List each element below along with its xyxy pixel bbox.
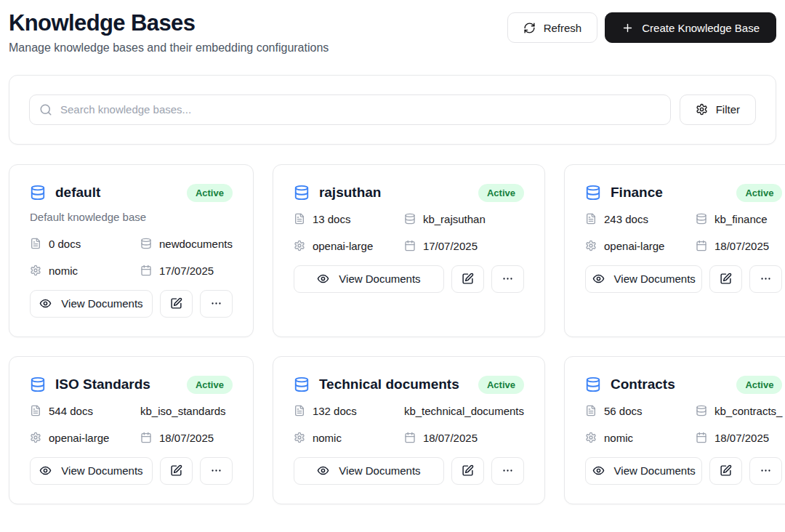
created-date-stat: 18/07/2025 bbox=[404, 432, 524, 444]
kb-card-rajsuthan: rajsuthan Active 13 docs kb_rajsuthan op… bbox=[273, 164, 545, 337]
calendar-icon bbox=[404, 240, 416, 251]
kb-card-contracts: Contracts Active 56 docs kb_contracts_ n… bbox=[564, 356, 785, 504]
kb-stats: 544 docs kb_iso_standards openai-large 1… bbox=[30, 405, 233, 444]
embedding-model-stat: nomic bbox=[30, 265, 140, 277]
edit-button[interactable] bbox=[451, 265, 484, 293]
file-text-icon bbox=[294, 213, 305, 225]
gear-icon bbox=[585, 240, 597, 251]
docs-count: 544 docs bbox=[49, 405, 93, 417]
embedding-model: nomic bbox=[49, 265, 78, 277]
kb-title: Technical documents bbox=[319, 376, 459, 392]
gear-icon bbox=[294, 240, 305, 251]
kb-stats: 13 docs kb_rajsuthan openai-large 17/07/… bbox=[294, 213, 524, 252]
page-header-text: Knowledge Bases Manage knowledge bases a… bbox=[9, 10, 329, 55]
more-options-button[interactable] bbox=[200, 290, 233, 318]
view-documents-label: View Documents bbox=[339, 273, 420, 285]
view-documents-button[interactable]: View Documents bbox=[585, 457, 702, 485]
edit-button[interactable] bbox=[709, 265, 742, 293]
kb-stats: 56 docs kb_contracts_ nomic 18/07/2025 bbox=[585, 405, 782, 444]
kb-title: Finance bbox=[611, 185, 663, 201]
view-documents-button[interactable]: View Documents bbox=[585, 265, 702, 293]
database-icon bbox=[585, 185, 601, 201]
eye-icon bbox=[592, 464, 605, 477]
docs-stat: 544 docs bbox=[30, 405, 140, 417]
collection-stat: newdocuments bbox=[140, 238, 233, 250]
docs-count: 243 docs bbox=[604, 213, 648, 225]
edit-button[interactable] bbox=[160, 290, 193, 318]
created-date-stat: 18/07/2025 bbox=[696, 240, 782, 252]
card-actions: View Documents bbox=[30, 290, 233, 318]
calendar-icon bbox=[140, 265, 152, 276]
file-text-icon bbox=[30, 405, 41, 416]
view-documents-button[interactable]: View Documents bbox=[30, 457, 153, 485]
collection-name: newdocuments bbox=[159, 238, 233, 250]
more-options-button[interactable] bbox=[749, 265, 782, 293]
collection-stat: kb_technical_documents bbox=[404, 405, 524, 417]
search-input[interactable] bbox=[29, 94, 671, 125]
view-documents-button[interactable]: View Documents bbox=[294, 457, 444, 485]
collection-stat: kb_iso_standards bbox=[140, 405, 233, 417]
edit-button[interactable] bbox=[451, 457, 484, 485]
view-documents-button[interactable]: View Documents bbox=[294, 265, 444, 293]
gear-icon bbox=[30, 432, 41, 443]
knowledge-base-grid: default Active Default knowledge base 0 … bbox=[9, 164, 776, 504]
square-pen-icon bbox=[462, 273, 474, 285]
eye-icon bbox=[39, 297, 52, 310]
edit-button[interactable] bbox=[709, 457, 742, 485]
database-icon bbox=[30, 185, 46, 201]
gear-icon bbox=[294, 432, 305, 443]
docs-stat: 243 docs bbox=[585, 213, 696, 225]
page-header: Knowledge Bases Manage knowledge bases a… bbox=[9, 10, 776, 55]
ellipsis-icon bbox=[210, 464, 222, 477]
database-icon bbox=[585, 376, 601, 392]
file-text-icon bbox=[30, 238, 41, 249]
square-pen-icon bbox=[170, 297, 182, 310]
more-options-button[interactable] bbox=[200, 457, 233, 485]
created-date: 18/07/2025 bbox=[714, 432, 769, 444]
docs-count: 56 docs bbox=[604, 405, 643, 417]
filter-button[interactable]: Filter bbox=[680, 94, 756, 125]
more-options-button[interactable] bbox=[491, 265, 524, 293]
file-text-icon bbox=[585, 405, 597, 416]
more-options-button[interactable] bbox=[491, 457, 524, 485]
created-date-stat: 17/07/2025 bbox=[140, 265, 233, 277]
square-pen-icon bbox=[720, 464, 732, 477]
embedding-model-stat: nomic bbox=[294, 432, 404, 444]
eye-icon bbox=[317, 464, 329, 477]
kb-title: default bbox=[55, 185, 100, 201]
status-badge: Active bbox=[736, 376, 782, 394]
calendar-icon bbox=[140, 432, 152, 443]
gear-icon bbox=[30, 265, 41, 276]
kb-card-finance: Finance Active 243 docs kb_finance opena… bbox=[564, 164, 785, 337]
file-text-icon bbox=[585, 213, 597, 225]
ellipsis-icon bbox=[502, 464, 514, 477]
eye-icon bbox=[317, 273, 329, 285]
view-documents-label: View Documents bbox=[614, 464, 696, 477]
more-options-button[interactable] bbox=[749, 457, 782, 485]
file-text-icon bbox=[294, 405, 305, 416]
kb-card-technical-documents: Technical documents Active 132 docs kb_t… bbox=[273, 356, 545, 504]
view-documents-label: View Documents bbox=[61, 297, 142, 310]
embedding-model: openai-large bbox=[49, 432, 109, 444]
edit-button[interactable] bbox=[160, 457, 193, 485]
card-head: Contracts Active bbox=[585, 376, 782, 394]
created-date-stat: 17/07/2025 bbox=[404, 240, 524, 252]
filter-button-label: Filter bbox=[716, 103, 740, 116]
collection-name: kb_iso_standards bbox=[140, 405, 226, 417]
status-badge: Active bbox=[478, 376, 524, 394]
square-pen-icon bbox=[170, 464, 182, 477]
database-icon bbox=[696, 213, 707, 225]
kb-description: Default knowledge base bbox=[30, 211, 233, 223]
card-head: rajsuthan Active bbox=[294, 184, 524, 202]
kb-title: Contracts bbox=[611, 376, 675, 392]
card-actions: View Documents bbox=[585, 457, 782, 485]
refresh-icon bbox=[523, 22, 536, 34]
refresh-button[interactable]: Refresh bbox=[507, 12, 598, 43]
create-knowledge-base-button[interactable]: Create Knowledge Base bbox=[605, 12, 776, 43]
database-icon bbox=[294, 185, 310, 201]
view-documents-button[interactable]: View Documents bbox=[30, 290, 153, 318]
embedding-model: openai-large bbox=[604, 240, 664, 252]
database-icon bbox=[696, 405, 707, 416]
calendar-icon bbox=[404, 432, 416, 443]
database-icon bbox=[140, 238, 152, 249]
